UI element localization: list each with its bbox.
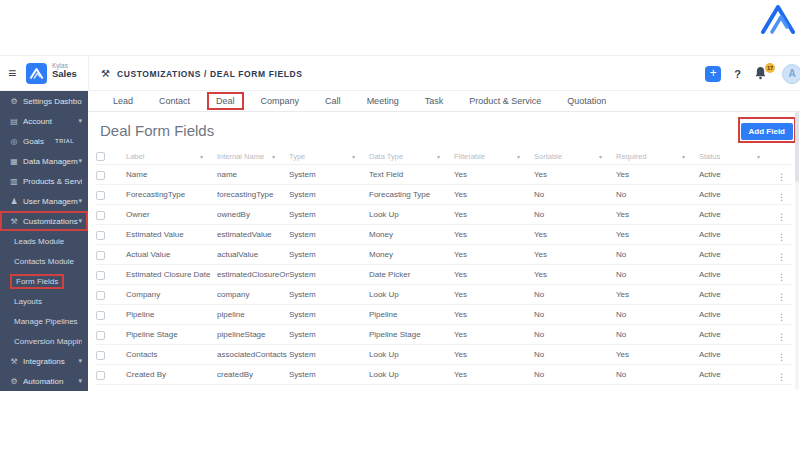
row-checkbox[interactable] [96,371,105,380]
sidebar-item-customizations[interactable]: ⚒Customizations▾ [0,211,88,231]
kebab-menu-icon[interactable]: ⋮ [777,232,786,242]
sidebar-item-label: Form Fields [10,274,64,289]
add-field-button[interactable]: Add Field [741,123,793,140]
sidebar-item-goals[interactable]: ◎GoalsTRIAL [0,131,88,151]
select-all-checkbox[interactable] [96,152,105,161]
row-checkbox[interactable] [96,211,105,220]
row-checkbox[interactable] [96,331,105,340]
kebab-menu-icon[interactable]: ⋮ [777,252,786,262]
sort-icon[interactable]: ▾ [599,153,602,160]
row-checkbox[interactable] [96,351,105,360]
column-header-data-type[interactable]: Data Type▾ [369,152,454,161]
column-header-internal-name[interactable]: Internal Name▾ [217,152,289,161]
sort-icon[interactable]: ▾ [437,153,440,160]
hamburger-menu-icon[interactable]: ≡ [8,65,16,81]
sidebar-item-integrations[interactable]: ⚒Integrations▾ [0,351,88,371]
sidebar-item-data-management[interactable]: ▦Data Management▾ [0,151,88,171]
kebab-menu-icon[interactable]: ⋮ [777,192,786,202]
sidebar-item-account[interactable]: ▤Account▾ [0,111,88,131]
scrollbar[interactable] [795,112,799,390]
cell-sortable: No [534,290,616,299]
row-checkbox[interactable] [96,311,105,320]
row-actions-cell: ⋮ [774,226,792,244]
sidebar-item-manage-pipelines[interactable]: Manage Pipelines [0,311,88,331]
sidebar-item-conversion-mapping[interactable]: Conversion Mapping [0,331,88,351]
tab-company[interactable]: Company [248,94,313,108]
kebab-menu-icon[interactable]: ⋮ [777,352,786,362]
sort-icon[interactable]: ▾ [352,153,355,160]
cell-type: System [289,370,369,379]
avatar[interactable]: A [782,64,800,84]
sidebar-menu: ⚙Settings Dashboard▤Account▾◎GoalsTRIAL▦… [0,91,88,391]
kebab-menu-icon[interactable]: ⋮ [777,332,786,342]
table-row: NamenameSystemText FieldYesYesYesActive⋮ [96,165,792,185]
sidebar-item-automation[interactable]: ⚙Automation▾ [0,371,88,391]
tab-meeting[interactable]: Meeting [354,94,412,108]
sidebar-item-layouts[interactable]: Layouts [0,291,88,311]
sidebar-item-leads-module[interactable]: Leads Module [0,231,88,251]
sidebar-item-label: Goals [23,137,55,146]
table-row: Actual ValueactualValueSystemMoneyYesYes… [96,245,792,265]
kebab-menu-icon[interactable]: ⋮ [777,372,786,382]
cell-data-type: Look Up [369,290,454,299]
scrollbar-thumb[interactable] [795,112,799,182]
cell-sortable: No [534,210,616,219]
column-header-status[interactable]: Status▾ [699,152,774,161]
sidebar-item-contacts-module[interactable]: Contacts Module [0,251,88,271]
row-checkbox[interactable] [96,271,105,280]
cell-sortable: No [534,330,616,339]
tab-deal[interactable]: Deal [207,92,244,110]
cell-required: No [616,310,699,319]
tab-call[interactable]: Call [312,94,354,108]
wrench-icon: ⚒ [8,357,20,366]
sidebar-item-settings-dashboard[interactable]: ⚙Settings Dashboard [0,91,88,111]
row-actions-cell: ⋮ [774,186,792,204]
tab-product-service[interactable]: Product & Service [456,94,554,108]
users-icon: ♟ [8,197,20,206]
sidebar-item-products-services[interactable]: ▥Products & Services [0,171,88,191]
sort-icon[interactable]: ▾ [200,153,203,160]
kebab-menu-icon[interactable]: ⋮ [777,172,786,182]
kebab-menu-icon[interactable]: ⋮ [777,212,786,222]
row-checkbox[interactable] [96,171,105,180]
kebab-menu-icon[interactable]: ⋮ [777,272,786,282]
tab-task[interactable]: Task [412,94,457,108]
sidebar-item-form-fields[interactable]: Form Fields [0,271,88,291]
notification-count-badge: 17 [765,63,775,73]
tab-contact[interactable]: Contact [146,94,203,108]
tab-quotation[interactable]: Quotation [554,94,619,108]
help-icon[interactable]: ? [734,68,741,80]
sort-icon[interactable]: ▾ [517,153,520,160]
sidebar-item-user-management[interactable]: ♟User Management▾ [0,191,88,211]
column-header-sortable[interactable]: Sortable▾ [534,152,616,161]
tab-lead[interactable]: Lead [100,94,146,108]
chevron-down-icon: ▾ [78,157,82,165]
kylas-logo-square[interactable] [26,63,47,84]
sidebar-item-label: Contacts Module [14,257,82,266]
sort-icon[interactable]: ▾ [272,153,275,160]
column-header-label[interactable]: Label▾ [126,152,217,161]
cell-filterable: Yes [454,310,534,319]
column-header-label: Type [289,152,305,161]
column-header-required[interactable]: Required▾ [616,152,699,161]
sort-icon[interactable]: ▾ [757,153,760,160]
column-header-filterable[interactable]: Filterable▾ [454,152,534,161]
row-checkbox[interactable] [96,231,105,240]
notifications-button[interactable]: 17 [754,66,769,81]
quick-add-button[interactable]: + [705,66,721,82]
kebab-menu-icon[interactable]: ⋮ [777,312,786,322]
cell-label: Company [126,290,217,299]
sort-icon[interactable]: ▾ [682,153,685,160]
row-checkbox[interactable] [96,291,105,300]
row-checkbox[interactable] [96,191,105,200]
cell-label: Owner [126,210,217,219]
app-window: ≡ Kylas Sales ⚒ CUSTOMIZATIONS / DEAL FO… [0,55,800,390]
chevron-down-icon: ▾ [78,217,82,225]
kebab-menu-icon[interactable]: ⋮ [777,292,786,302]
cell-sortable: No [534,310,616,319]
table-row: Pipeline StagepipelineStageSystemPipelin… [96,325,792,345]
row-checkbox[interactable] [96,251,105,260]
sidebar-item-label: Products & Services [23,177,82,186]
cell-status: Active [699,230,774,239]
column-header-type[interactable]: Type▾ [289,152,369,161]
